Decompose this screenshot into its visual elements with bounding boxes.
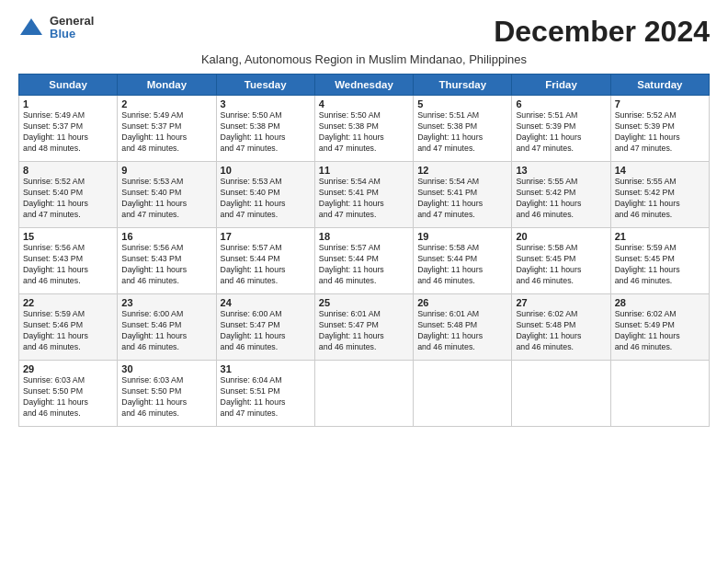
- calendar-cell: 6Sunrise: 5:51 AMSunset: 5:39 PMDaylight…: [512, 96, 610, 162]
- calendar-week-row: 8Sunrise: 5:52 AMSunset: 5:40 PMDaylight…: [19, 162, 710, 228]
- day-number: 3: [221, 98, 311, 109]
- day-info: Sunrise: 5:53 AMSunset: 5:40 PMDaylight:…: [121, 177, 211, 221]
- day-info: Sunrise: 5:52 AMSunset: 5:40 PMDaylight:…: [23, 177, 113, 221]
- day-number: 1: [23, 98, 113, 109]
- col-thursday: Thursday: [414, 75, 512, 96]
- header: General Blue December 2024: [18, 15, 710, 49]
- calendar-cell: 26Sunrise: 6:01 AMSunset: 5:48 PMDayligh…: [414, 294, 512, 361]
- calendar-cell: 23Sunrise: 6:00 AMSunset: 5:46 PMDayligh…: [118, 294, 216, 361]
- col-monday: Monday: [118, 75, 216, 96]
- calendar-cell: 30Sunrise: 6:03 AMSunset: 5:50 PMDayligh…: [118, 361, 216, 427]
- day-info: Sunrise: 5:54 AMSunset: 5:41 PMDaylight:…: [319, 177, 409, 221]
- day-info: Sunrise: 6:04 AMSunset: 5:51 PMDaylight:…: [221, 375, 311, 419]
- day-number: 24: [221, 297, 311, 308]
- calendar-cell: 31Sunrise: 6:04 AMSunset: 5:51 PMDayligh…: [216, 361, 314, 427]
- month-title: December 2024: [494, 15, 710, 49]
- day-number: 15: [23, 231, 113, 242]
- day-number: 9: [121, 165, 211, 176]
- calendar-cell: 20Sunrise: 5:58 AMSunset: 5:45 PMDayligh…: [512, 228, 610, 294]
- day-info: Sunrise: 5:49 AMSunset: 5:37 PMDaylight:…: [23, 110, 113, 155]
- day-info: Sunrise: 6:00 AMSunset: 5:46 PMDaylight:…: [121, 309, 211, 353]
- logo-general: General: [50, 15, 94, 28]
- calendar-cell: 16Sunrise: 5:56 AMSunset: 5:43 PMDayligh…: [118, 228, 216, 294]
- calendar-cell: 22Sunrise: 5:59 AMSunset: 5:46 PMDayligh…: [19, 294, 118, 361]
- calendar-cell: 12Sunrise: 5:54 AMSunset: 5:41 PMDayligh…: [414, 162, 512, 228]
- calendar-cell: 10Sunrise: 5:53 AMSunset: 5:40 PMDayligh…: [216, 162, 314, 228]
- day-number: 16: [121, 231, 211, 242]
- day-info: Sunrise: 5:53 AMSunset: 5:40 PMDaylight:…: [221, 177, 311, 221]
- calendar-cell: 9Sunrise: 5:53 AMSunset: 5:40 PMDaylight…: [118, 162, 216, 228]
- calendar-week-row: 1Sunrise: 5:49 AMSunset: 5:37 PMDaylight…: [19, 96, 710, 162]
- day-info: Sunrise: 5:58 AMSunset: 5:45 PMDaylight:…: [516, 243, 606, 287]
- calendar-cell: 14Sunrise: 5:55 AMSunset: 5:42 PMDayligh…: [610, 162, 709, 228]
- day-number: 30: [121, 363, 211, 374]
- day-number: 22: [23, 297, 113, 308]
- header-row: Sunday Monday Tuesday Wednesday Thursday…: [19, 75, 710, 96]
- logo-icon: [18, 15, 44, 40]
- day-info: Sunrise: 5:54 AMSunset: 5:41 PMDaylight:…: [417, 177, 507, 221]
- day-info: Sunrise: 6:02 AMSunset: 5:48 PMDaylight:…: [516, 309, 606, 353]
- day-number: 13: [516, 165, 606, 176]
- day-number: 17: [221, 231, 311, 242]
- col-friday: Friday: [512, 75, 610, 96]
- day-number: 7: [615, 98, 705, 109]
- day-number: 12: [417, 165, 507, 176]
- day-info: Sunrise: 5:49 AMSunset: 5:37 PMDaylight:…: [121, 110, 211, 155]
- day-number: 20: [516, 231, 606, 242]
- day-info: Sunrise: 6:01 AMSunset: 5:47 PMDaylight:…: [319, 309, 409, 353]
- day-info: Sunrise: 5:51 AMSunset: 5:39 PMDaylight:…: [516, 110, 606, 155]
- calendar-cell: 13Sunrise: 5:55 AMSunset: 5:42 PMDayligh…: [512, 162, 610, 228]
- calendar-cell: 11Sunrise: 5:54 AMSunset: 5:41 PMDayligh…: [314, 162, 413, 228]
- day-info: Sunrise: 5:50 AMSunset: 5:38 PMDaylight:…: [319, 110, 409, 155]
- calendar-cell: 2Sunrise: 5:49 AMSunset: 5:37 PMDaylight…: [118, 96, 216, 162]
- calendar-cell: 15Sunrise: 5:56 AMSunset: 5:43 PMDayligh…: [19, 228, 118, 294]
- calendar-cell: 28Sunrise: 6:02 AMSunset: 5:49 PMDayligh…: [610, 294, 709, 361]
- day-number: 25: [319, 297, 409, 308]
- calendar-week-row: 22Sunrise: 5:59 AMSunset: 5:46 PMDayligh…: [19, 294, 710, 361]
- day-number: 28: [615, 297, 705, 308]
- day-number: 18: [319, 231, 409, 242]
- day-number: 2: [121, 98, 211, 109]
- calendar-cell: [512, 361, 610, 427]
- calendar-cell: [314, 361, 413, 427]
- calendar-cell: 7Sunrise: 5:52 AMSunset: 5:39 PMDaylight…: [610, 96, 709, 162]
- day-info: Sunrise: 5:59 AMSunset: 5:46 PMDaylight:…: [23, 309, 113, 353]
- calendar-week-row: 29Sunrise: 6:03 AMSunset: 5:50 PMDayligh…: [19, 361, 710, 427]
- day-info: Sunrise: 5:56 AMSunset: 5:43 PMDaylight:…: [121, 243, 211, 287]
- day-number: 27: [516, 297, 606, 308]
- calendar-cell: 4Sunrise: 5:50 AMSunset: 5:38 PMDaylight…: [314, 96, 413, 162]
- day-info: Sunrise: 5:52 AMSunset: 5:39 PMDaylight:…: [615, 110, 705, 155]
- day-number: 8: [23, 165, 113, 176]
- day-number: 11: [319, 165, 409, 176]
- day-number: 4: [319, 98, 409, 109]
- day-number: 31: [221, 363, 311, 374]
- day-info: Sunrise: 6:02 AMSunset: 5:49 PMDaylight:…: [615, 309, 705, 353]
- day-info: Sunrise: 6:03 AMSunset: 5:50 PMDaylight:…: [121, 375, 211, 419]
- calendar-cell: 5Sunrise: 5:51 AMSunset: 5:38 PMDaylight…: [414, 96, 512, 162]
- day-info: Sunrise: 5:50 AMSunset: 5:38 PMDaylight:…: [221, 110, 311, 155]
- day-number: 29: [23, 363, 113, 374]
- calendar-week-row: 15Sunrise: 5:56 AMSunset: 5:43 PMDayligh…: [19, 228, 710, 294]
- calendar-table: Sunday Monday Tuesday Wednesday Thursday…: [18, 74, 710, 427]
- day-info: Sunrise: 5:57 AMSunset: 5:44 PMDaylight:…: [319, 243, 409, 287]
- day-info: Sunrise: 6:00 AMSunset: 5:47 PMDaylight:…: [221, 309, 311, 353]
- calendar-cell: 18Sunrise: 5:57 AMSunset: 5:44 PMDayligh…: [314, 228, 413, 294]
- col-tuesday: Tuesday: [216, 75, 314, 96]
- calendar-cell: [610, 361, 709, 427]
- day-info: Sunrise: 5:57 AMSunset: 5:44 PMDaylight:…: [221, 243, 311, 287]
- day-info: Sunrise: 6:01 AMSunset: 5:48 PMDaylight:…: [417, 309, 507, 353]
- day-number: 6: [516, 98, 606, 109]
- calendar-cell: 1Sunrise: 5:49 AMSunset: 5:37 PMDaylight…: [19, 96, 118, 162]
- day-info: Sunrise: 5:55 AMSunset: 5:42 PMDaylight:…: [615, 177, 705, 221]
- logo-text: General Blue: [50, 15, 94, 41]
- calendar-cell: 24Sunrise: 6:00 AMSunset: 5:47 PMDayligh…: [216, 294, 314, 361]
- calendar-cell: 19Sunrise: 5:58 AMSunset: 5:44 PMDayligh…: [414, 228, 512, 294]
- calendar-cell: 25Sunrise: 6:01 AMSunset: 5:47 PMDayligh…: [314, 294, 413, 361]
- day-info: Sunrise: 6:03 AMSunset: 5:50 PMDaylight:…: [23, 375, 113, 419]
- col-wednesday: Wednesday: [314, 75, 413, 96]
- logo: General Blue: [18, 15, 94, 41]
- calendar-cell: 3Sunrise: 5:50 AMSunset: 5:38 PMDaylight…: [216, 96, 314, 162]
- day-number: 14: [615, 165, 705, 176]
- calendar-cell: 17Sunrise: 5:57 AMSunset: 5:44 PMDayligh…: [216, 228, 314, 294]
- subtitle: Kalang, Autonomous Region in Muslim Mind…: [18, 52, 710, 66]
